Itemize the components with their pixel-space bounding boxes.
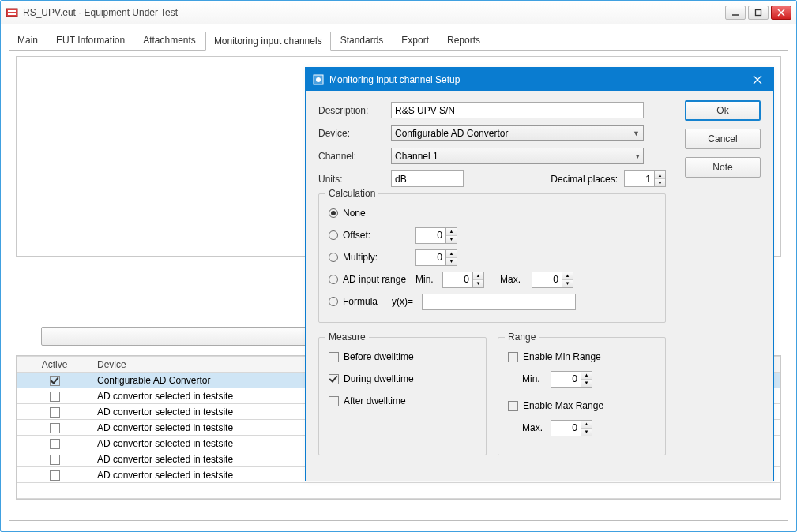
dialog-icon [312,73,325,86]
during-dwell-checkbox[interactable] [329,374,339,384]
decimal-stepper[interactable]: ▲▼ [624,170,666,187]
multiply-stepper[interactable]: ▲▼ [415,249,457,266]
window-title: RS_UPV.eut - Equipment Under Test [23,7,725,18]
active-checkbox[interactable] [50,376,60,386]
units-label: Units: [318,174,391,185]
note-button[interactable]: Note [685,157,761,178]
tab-attachments[interactable]: Attachments [134,31,205,50]
adrange-max-stepper[interactable]: ▲▼ [532,272,573,288]
tab-reports[interactable]: Reports [438,31,489,50]
svg-rect-4 [756,9,761,15]
col-active[interactable]: Active [17,357,92,373]
calc-formula-label: Formula [343,296,387,307]
calc-offset-radio[interactable] [329,230,338,240]
after-dwell-checkbox[interactable] [329,396,339,406]
range-group: Range Enable Min Range Min. ▲▼ Enable Ma… [498,337,666,455]
decimal-label: Decimal places: [551,174,618,185]
calc-adrange-label: AD input range [343,274,411,285]
dialog-close-button[interactable] [742,68,773,91]
description-label: Description: [318,105,391,116]
tab-export[interactable]: Export [393,31,438,50]
calc-legend: Calculation [325,188,378,199]
active-checkbox[interactable] [50,423,60,433]
description-input[interactable] [391,102,644,118]
spin-down-icon[interactable]: ▼ [655,179,665,186]
calc-adrange-radio[interactable] [329,275,338,284]
tab-bar: MainEUT InformationAttachmentsMonitoring… [9,31,788,51]
svg-rect-0 [6,9,17,17]
svg-rect-1 [8,10,16,12]
svg-point-8 [316,77,321,82]
calc-offset-label: Offset: [343,230,411,241]
active-checkbox[interactable] [50,392,60,402]
calc-none-radio[interactable] [329,208,338,218]
active-checkbox[interactable] [50,439,60,449]
dialog-title: Monitoring input channel Setup [329,74,742,85]
active-checkbox[interactable] [50,455,60,465]
active-checkbox[interactable] [50,407,60,418]
measure-legend: Measure [325,332,369,343]
dialog-titlebar[interactable]: Monitoring input channel Setup [306,68,773,91]
enable-max-checkbox[interactable] [508,401,518,411]
calc-formula-radio[interactable] [329,297,338,306]
active-checkbox[interactable] [50,470,60,481]
cancel-button[interactable]: Cancel [685,129,761,149]
range-min-stepper[interactable]: ▲▼ [551,371,592,388]
enable-min-checkbox[interactable] [508,352,518,362]
calculation-group: Calculation None Offset: ▲▼ Multiply: ▲▼ [318,193,666,323]
monitoring-setup-dialog: Monitoring input channel Setup Ok Cancel… [305,67,774,481]
tab-main[interactable]: Main [9,31,47,50]
before-dwell-checkbox[interactable] [329,352,339,362]
channel-label: Channel: [318,151,391,162]
close-button[interactable] [771,6,791,20]
calc-none-label: None [343,208,366,219]
tab-monitoring-input-channels[interactable]: Monitoring input channels [205,32,331,51]
calc-multiply-radio[interactable] [329,253,338,262]
minimize-button[interactable] [725,6,746,20]
range-max-stepper[interactable]: ▲▼ [551,420,592,436]
device-label: Device: [318,128,391,139]
chevron-down-icon: ▾ [636,152,640,160]
measure-group: Measure Before dwelltime During dwelltim… [318,337,487,455]
chevron-down-icon: ▼ [633,129,640,137]
range-legend: Range [505,332,539,343]
units-input[interactable] [391,170,464,187]
spin-up-icon[interactable]: ▲ [655,171,665,179]
offset-stepper[interactable]: ▲▼ [415,227,457,244]
adrange-min-stepper[interactable]: ▲▼ [442,272,484,288]
channel-select[interactable]: Channel 1▾ [391,148,644,164]
maximize-button[interactable] [748,6,769,20]
tab-standards[interactable]: Standards [332,31,393,50]
calc-multiply-label: Multiply: [343,252,411,263]
app-icon [6,6,18,19]
svg-rect-2 [8,13,16,15]
device-select[interactable]: Configurable AD Convertor▼ [391,125,644,141]
tab-eut-information[interactable]: EUT Information [47,31,133,50]
ok-button[interactable]: Ok [685,100,761,121]
titlebar: RS_UPV.eut - Equipment Under Test [1,1,796,24]
formula-input[interactable] [422,294,576,310]
